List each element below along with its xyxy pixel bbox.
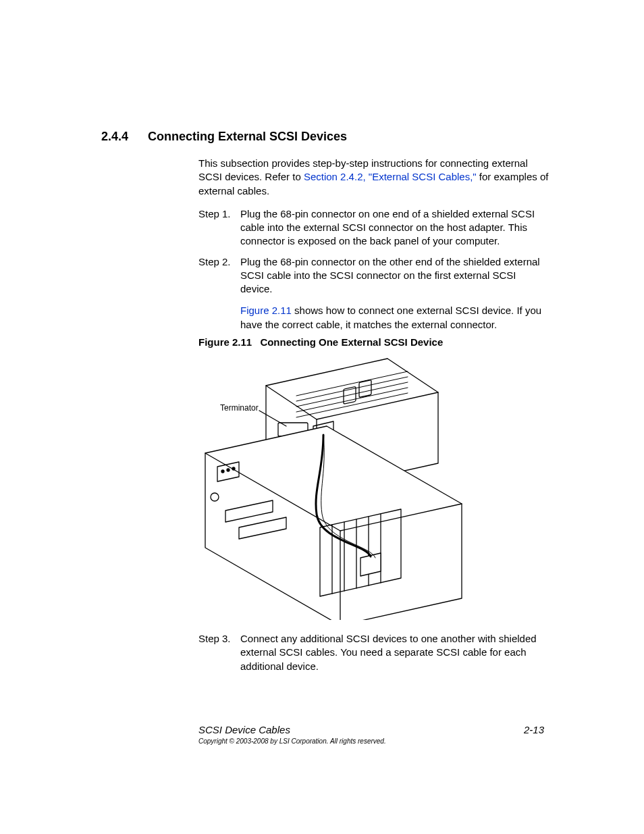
page-footer: SCSI Device Cables 2-13 Copyright © 2003… xyxy=(198,724,549,745)
step-3: Step 3. Connect any additional SCSI devi… xyxy=(198,632,549,680)
body-column: This subsection provides step-by-step in… xyxy=(198,157,549,338)
step-1-label: Step 1. xyxy=(198,207,240,249)
figure-label: Figure 2.11 xyxy=(198,336,252,348)
section-heading: 2.4.4 Connecting External SCSI Devices xyxy=(101,130,347,144)
svg-line-4 xyxy=(296,393,408,417)
footer-page-number: 2-13 xyxy=(524,724,544,735)
svg-rect-7 xyxy=(359,380,371,398)
step-2: Step 2. Plug the 68-pin connector on the… xyxy=(198,255,549,332)
page: 2.4.4 Connecting External SCSI Devices T… xyxy=(0,0,644,834)
step-2-text: Plug the 68-pin connector on the other e… xyxy=(240,256,540,295)
svg-point-9 xyxy=(227,469,230,471)
svg-line-1 xyxy=(296,377,408,401)
section-title: Connecting External SCSI Devices xyxy=(148,130,347,143)
footer-copyright: Copyright © 2003-2008 by LSI Corporation… xyxy=(198,737,549,745)
step-2-subpara: Figure 2.11 shows how to connect one ext… xyxy=(240,304,549,332)
figure-crossref-link[interactable]: Figure 2.11 xyxy=(240,305,292,316)
step-2-body: Plug the 68-pin connector on the other e… xyxy=(240,255,549,332)
scsi-device-diagram-icon xyxy=(198,355,468,620)
svg-line-3 xyxy=(296,388,408,412)
figure-illustration xyxy=(198,355,468,620)
footer-doc-title: SCSI Device Cables xyxy=(198,724,290,735)
step-3-body: Connect any additional SCSI devices to o… xyxy=(240,632,549,673)
figure-title: Connecting One External SCSI Device xyxy=(260,336,443,348)
section-number: 2.4.4 xyxy=(101,130,144,144)
svg-point-10 xyxy=(232,467,235,470)
step-2-label: Step 2. xyxy=(198,255,240,332)
figure-annotation-terminator: Terminator xyxy=(220,403,259,413)
figure-caption: Figure 2.11 Connecting One External SCSI… xyxy=(198,336,443,348)
step-1-body: Plug the 68-pin connector on one end of … xyxy=(240,207,549,249)
svg-line-17 xyxy=(259,411,286,426)
step-3-label: Step 3. xyxy=(198,632,240,673)
intro-crossref-link[interactable]: Section 2.4.2, "External SCSI Cables," xyxy=(304,171,477,182)
intro-paragraph: This subsection provides step-by-step in… xyxy=(198,157,549,198)
step-1: Step 1. Plug the 68-pin connector on one… xyxy=(198,207,549,249)
svg-point-8 xyxy=(221,470,224,473)
